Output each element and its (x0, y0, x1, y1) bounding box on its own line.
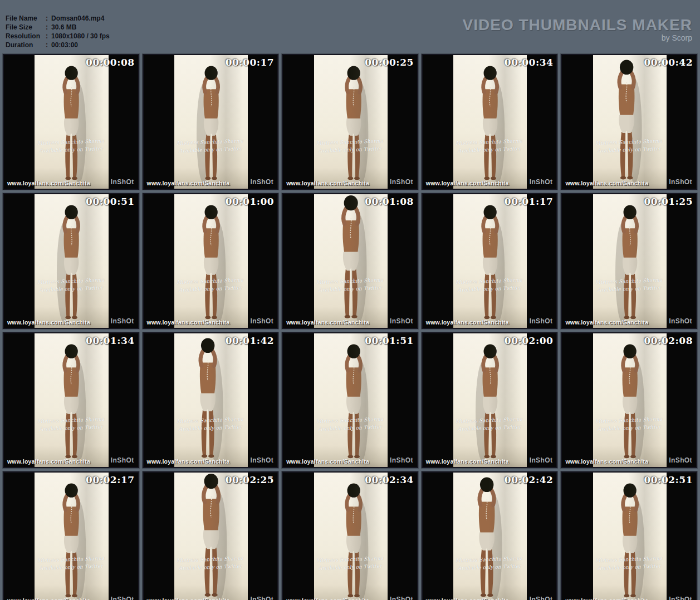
inshot-watermark: InShOt (530, 456, 553, 464)
url-watermark: www.loyalfans.com/Sanchita (565, 180, 648, 186)
timestamp-overlay: 00:02:42 (505, 474, 554, 485)
figure-placeholder (453, 59, 527, 189)
figure-placeholder (593, 337, 667, 467)
video-thumbnail: Mistress Sanchita Sharma Available only … (282, 193, 418, 329)
url-watermark: www.loyalfans.com/Sanchita (147, 319, 230, 326)
video-thumbnail: Mistress Sanchita Sharma Available only … (422, 471, 558, 600)
url-watermark: www.loyalfans.com/Sanchita (147, 597, 230, 600)
inshot-watermark: InShOt (250, 456, 273, 464)
figure-placeholder (453, 198, 527, 328)
figure-placeholder (311, 193, 390, 328)
timestamp-overlay: 00:00:42 (644, 57, 693, 68)
timestamp-overlay: 00:02:34 (365, 474, 414, 485)
url-watermark: www.loyalfans.com/Sanchita (426, 597, 509, 600)
url-watermark: www.loyalfans.com/Sanchita (565, 597, 648, 600)
inshot-watermark: InShOt (390, 456, 413, 464)
video-thumbnail: Mistress Sanchita Sharma Available only … (282, 332, 418, 468)
url-watermark: www.loyalfans.com/Sanchita (147, 180, 230, 186)
file-info-label: Duration (6, 41, 46, 50)
thumbnail-sheet: File Name:Domsan046.mp4File Size:30.6 MB… (0, 10, 700, 600)
inshot-watermark: InShOt (250, 596, 273, 600)
video-thumbnail: Mistress Sanchita Sharma Available only … (422, 54, 558, 190)
figure-placeholder (453, 337, 527, 467)
video-frame-background (453, 333, 527, 467)
timestamp-overlay: 00:00:51 (86, 196, 135, 207)
video-thumbnail: Mistress Sanchita Sharma Available only … (282, 471, 418, 600)
timestamp-overlay: 00:01:34 (86, 335, 135, 346)
file-info-row: Duration:00:03:00 (6, 41, 110, 50)
video-thumbnail: Mistress Sanchita Sharma Available only … (143, 54, 279, 190)
video-frame-background (174, 194, 248, 328)
file-info-row: Resolution:1080x1080 / 30 fps (6, 32, 110, 41)
inshot-watermark: InShOt (111, 596, 134, 600)
url-watermark: www.loyalfans.com/Sanchita (286, 597, 369, 600)
figure-placeholder (169, 332, 247, 467)
timestamp-overlay: 00:01:17 (505, 196, 554, 207)
video-frame-background (314, 333, 388, 467)
video-thumbnail: Mistress Sanchita Sharma Available only … (422, 193, 558, 329)
file-info-label: Resolution (6, 32, 46, 41)
inshot-watermark: InShOt (111, 317, 134, 325)
url-watermark: www.loyalfans.com/Sanchita (426, 458, 509, 465)
timestamp-overlay: 00:00:08 (86, 57, 135, 68)
video-frame-background (174, 333, 248, 467)
url-watermark: www.loyalfans.com/Sanchita (286, 458, 369, 465)
timestamp-overlay: 00:00:17 (226, 57, 275, 68)
video-frame-background (35, 473, 108, 600)
timestamp-overlay: 00:01:42 (226, 335, 275, 346)
video-frame-background (593, 333, 667, 467)
url-watermark: www.loyalfans.com/Sanchita (286, 319, 369, 326)
video-frame-background (314, 55, 388, 189)
file-info-row: File Size:30.6 MB (6, 23, 110, 32)
video-frame-background (314, 194, 388, 328)
file-info-separator: : (46, 32, 48, 41)
video-frame-background (593, 194, 667, 328)
url-watermark: www.loyalfans.com/Sanchita (565, 458, 648, 465)
thumbnail-grid: Mistress Sanchita Sharma Available only … (0, 52, 700, 600)
figure-placeholder (588, 54, 665, 189)
figure-placeholder (174, 59, 248, 189)
app-logo: VIDEO THUMBNAILS MAKER (463, 17, 692, 33)
inshot-watermark: InShOt (530, 317, 553, 325)
inshot-watermark: InShOt (530, 596, 553, 600)
figure-placeholder (317, 59, 390, 189)
inshot-watermark: InShOt (390, 317, 413, 325)
inshot-watermark: InShOt (111, 178, 134, 186)
video-frame-background (35, 55, 108, 189)
video-thumbnail: Mistress Sanchita Sharma Available only … (3, 332, 139, 468)
video-thumbnail: Mistress Sanchita Sharma Available only … (561, 193, 697, 329)
inshot-watermark: InShOt (669, 178, 692, 186)
inshot-watermark: InShOt (390, 178, 413, 186)
video-thumbnail: Mistress Sanchita Sharma Available only … (561, 471, 697, 600)
file-info-value: 1080x1080 / 30 fps (51, 32, 110, 40)
file-info-row: File Name:Domsan046.mp4 (6, 14, 110, 23)
url-watermark: www.loyalfans.com/Sanchita (7, 180, 90, 186)
figure-placeholder (35, 59, 108, 189)
video-frame-background (35, 194, 108, 328)
file-info-separator: : (46, 14, 48, 23)
timestamp-overlay: 00:02:08 (644, 335, 693, 346)
video-frame-background (174, 473, 248, 600)
video-frame-background (593, 55, 667, 189)
figure-placeholder (172, 471, 251, 600)
video-thumbnail: Mistress Sanchita Sharma Available only … (561, 54, 697, 190)
video-thumbnail: Mistress Sanchita Sharma Available only … (143, 471, 279, 600)
inshot-watermark: InShOt (530, 178, 553, 186)
file-info-value: 00:03:00 (51, 41, 78, 49)
figure-placeholder (35, 337, 108, 467)
figure-placeholder (174, 198, 248, 328)
url-watermark: www.loyalfans.com/Sanchita (426, 319, 509, 326)
figure-placeholder (593, 476, 667, 600)
video-frame-background (35, 333, 108, 467)
file-info-value: 30.6 MB (51, 23, 76, 31)
video-thumbnail: Mistress Sanchita Sharma Available only … (3, 54, 139, 190)
inshot-watermark: InShOt (250, 317, 273, 325)
timestamp-overlay: 00:02:51 (644, 474, 693, 485)
inshot-watermark: InShOt (250, 178, 273, 186)
file-info-label: File Size (6, 23, 46, 32)
file-info-separator: : (46, 23, 48, 32)
video-frame-background (453, 55, 527, 189)
app-logo-byline: by Scorp (463, 33, 692, 42)
video-thumbnail: Mistress Sanchita Sharma Available only … (3, 471, 139, 600)
header: File Name:Domsan046.mp4File Size:30.6 MB… (0, 10, 700, 52)
